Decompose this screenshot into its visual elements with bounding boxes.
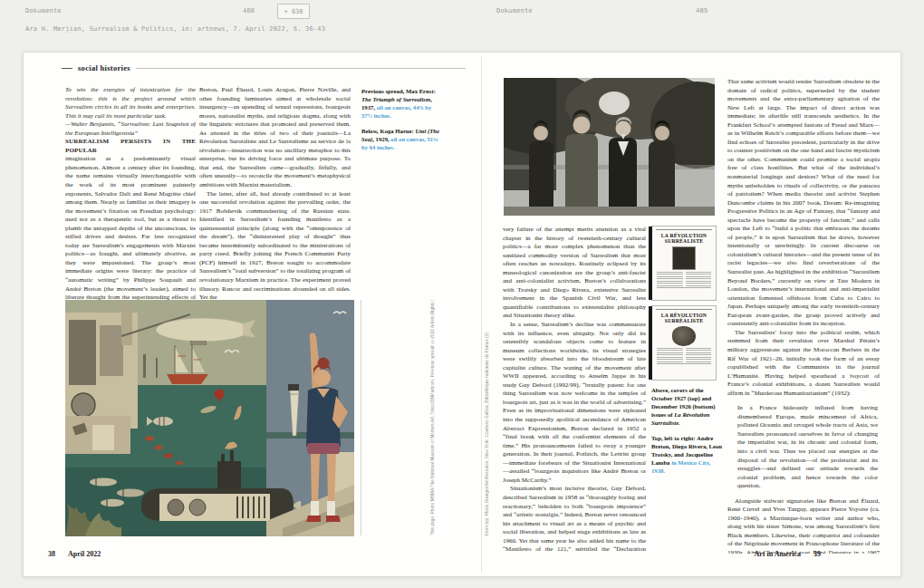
painting-image	[65, 300, 354, 536]
cover-illustration	[672, 246, 696, 270]
caption-covers: Above, covers of the October 1927 (top) …	[651, 386, 726, 427]
right-page-captions: Above, covers of the October 1927 (top) …	[651, 386, 726, 482]
cover-illustration	[672, 326, 696, 346]
caption-text: , 1929,	[372, 136, 390, 142]
section-header: social histories	[62, 63, 466, 72]
left-page-column-2: Breton, Paul Éluard, Louis Aragon, Pierr…	[199, 86, 351, 303]
body-paragraph: imagination as a predominantly visual ph…	[65, 155, 196, 303]
section-header-dash	[62, 68, 72, 69]
masthead-line: SURRÉALISTE	[652, 318, 716, 323]
block-quote: In a France hideously inflated from havi…	[737, 404, 878, 490]
body-paragraph: In a sense, Surrealism’s decline was com…	[503, 321, 646, 485]
body-paragraph: The Surrealists’ foray into the politica…	[727, 329, 880, 398]
divider	[361, 300, 361, 535]
epigraph-text: To win the energies of intoxication for …	[65, 86, 196, 120]
body-paragraph: very failure of the attempt merits atten…	[503, 226, 646, 321]
issue-label: April 2022	[68, 550, 101, 558]
cover-text-columns	[657, 348, 711, 362]
page-number-right: 409	[696, 7, 707, 14]
photo-credit-left-page: This page: Photo MOMA/The National Museu…	[430, 300, 438, 535]
cover-rule	[657, 363, 711, 365]
cover-la-revolution-surrealiste-1927: LA RÉVOLUTION SURRÉALISTE	[651, 226, 717, 301]
body-paragraph: The latter, after all, had already contr…	[199, 190, 351, 303]
epigraph-attribution: —Walter Benjamin, “Surrealism: Last Snap…	[65, 120, 196, 138]
citation-line: Ara H. Merjian, Surrealism & Politics, i…	[25, 25, 325, 33]
painting-svg	[65, 300, 354, 536]
caption-text: Below, Koga Harue:	[361, 128, 415, 134]
cover-spine	[649, 306, 652, 380]
doc-label-right: Dokumente	[496, 7, 533, 14]
doc-label-left: Dokumente	[25, 7, 62, 14]
right-page-footer: Art in America39	[754, 550, 821, 558]
masthead-line: SURRÉALISTE	[652, 238, 716, 244]
document-viewer: { "header": { "doc_label_left": "Dokumen…	[0, 0, 924, 588]
cover-masthead: LA RÉVOLUTION SURRÉALISTE	[652, 313, 716, 324]
caption-previous-spread: Previous spread, Max Ernst: The Triumph …	[361, 87, 441, 120]
article-heading: SURREALISM PERSISTS IN THE POPULAR	[65, 138, 196, 155]
cover-masthead: LA RÉVOLUTION SURRÉALISTE	[652, 233, 716, 245]
folio-number: 39	[813, 550, 821, 558]
group-photo-svg	[504, 78, 715, 216]
folio-number: 38	[48, 550, 55, 558]
caption-text: Previous spread, Max Ernst:	[361, 88, 436, 94]
caption-below-painting: Below, Koga Harue: Umi (The Sea), 1929, …	[361, 127, 441, 151]
magazine-spread[interactable]: social histories To win the energies of …	[23, 52, 901, 577]
caption-artwork-title: The Triumph of Surrealism	[361, 96, 430, 102]
left-page-column-1: To win the energies of intoxication for …	[65, 86, 196, 303]
caption-text: .	[679, 419, 680, 426]
body-paragraph: That same activism would render Surreali…	[727, 78, 880, 329]
zoom-level-badge[interactable]: + 630	[277, 4, 310, 19]
page-number-left: 408	[243, 7, 255, 14]
caption-group-photo: Top, left to right: Andre Breton, Diego …	[651, 434, 726, 475]
magazine-title: Art in America	[754, 550, 801, 558]
magazine-covers: LA RÉVOLUTION SURRÉALISTE LA RÉVOLUTION …	[651, 226, 717, 385]
left-page-captions: Previous spread, Max Ernst: The Triumph …	[361, 87, 441, 159]
cover-rule	[656, 309, 712, 311]
cover-text-columns	[657, 272, 711, 286]
right-page-column-2: That same activism would render Surreali…	[727, 78, 880, 554]
body-paragraph: Situationism’s most incisive theorist, G…	[503, 485, 646, 553]
body-paragraph: Breton, Paul Éluard, Louis Aragon, Pierr…	[199, 86, 351, 190]
cover-rule	[656, 229, 712, 231]
cover-spine	[649, 227, 652, 300]
page-gutter-divider	[481, 56, 482, 573]
cover-rule	[657, 287, 711, 289]
section-header-rule	[136, 68, 466, 69]
group-photo-image	[504, 78, 715, 216]
cover-la-revolution-surrealiste-1926: LA RÉVOLUTION SURRÉALISTE	[651, 305, 717, 381]
left-page-footer: 38April 2022	[48, 550, 101, 558]
right-page-column-1: very failure of the attempt merits atten…	[503, 226, 646, 553]
photo-credit-right-page: From top: Photo Granger/Art Resource, Ne…	[485, 300, 492, 535]
body-paragraph: Alongside stalwart signatories like Bret…	[727, 497, 880, 554]
section-header-label: social histories	[78, 63, 130, 72]
